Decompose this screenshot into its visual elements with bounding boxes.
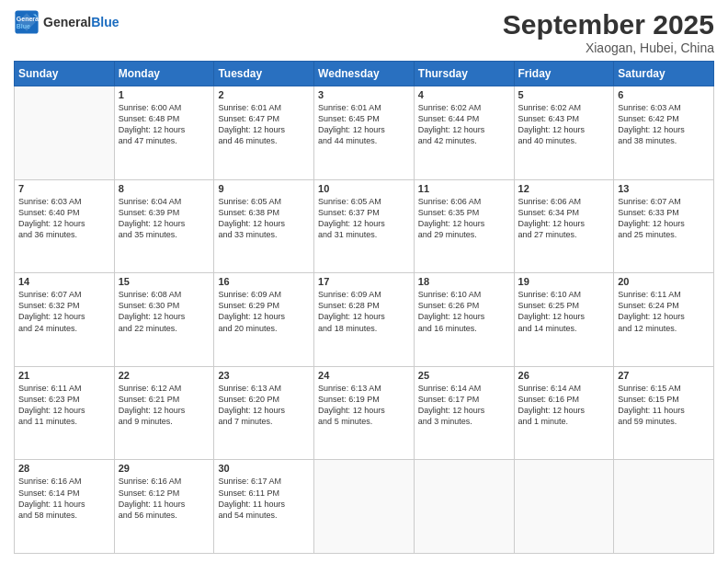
calendar-cell: 19Sunrise: 6:10 AM Sunset: 6:25 PM Dayli… <box>514 273 614 367</box>
header-day-sunday: Sunday <box>15 62 115 86</box>
day-info: Sunrise: 6:02 AM Sunset: 6:43 PM Dayligh… <box>518 102 610 147</box>
day-number: 4 <box>418 89 510 100</box>
calendar-cell: 15Sunrise: 6:08 AM Sunset: 6:30 PM Dayli… <box>114 273 214 367</box>
calendar-week-3: 14Sunrise: 6:07 AM Sunset: 6:32 PM Dayli… <box>15 273 714 367</box>
calendar-cell: 27Sunrise: 6:15 AM Sunset: 6:15 PM Dayli… <box>614 366 714 460</box>
day-number: 8 <box>119 183 210 194</box>
day-info: Sunrise: 6:12 AM Sunset: 6:21 PM Dayligh… <box>119 383 210 428</box>
logo: General Blue GeneralBlue <box>14 9 119 35</box>
day-number: 20 <box>618 276 710 287</box>
day-info: Sunrise: 6:06 AM Sunset: 6:34 PM Dayligh… <box>518 196 610 241</box>
day-number: 21 <box>18 370 110 381</box>
calendar-cell: 24Sunrise: 6:13 AM Sunset: 6:19 PM Dayli… <box>314 366 415 460</box>
calendar-cell: 9Sunrise: 6:05 AM Sunset: 6:38 PM Daylig… <box>214 179 314 273</box>
day-number: 24 <box>318 370 410 381</box>
day-number: 2 <box>218 89 310 100</box>
logo-line2: Blue <box>91 15 119 29</box>
page: General Blue GeneralBlue September 2025 … <box>0 0 728 563</box>
day-number: 11 <box>418 183 510 194</box>
day-info: Sunrise: 6:13 AM Sunset: 6:20 PM Dayligh… <box>218 383 310 428</box>
calendar-week-5: 28Sunrise: 6:16 AM Sunset: 6:14 PM Dayli… <box>15 460 714 554</box>
header-day-tuesday: Tuesday <box>214 62 314 86</box>
day-info: Sunrise: 6:11 AM Sunset: 6:24 PM Dayligh… <box>618 289 710 334</box>
day-info: Sunrise: 6:04 AM Sunset: 6:39 PM Dayligh… <box>119 196 210 241</box>
day-number: 28 <box>18 463 110 474</box>
header-day-saturday: Saturday <box>614 62 714 86</box>
calendar-cell: 17Sunrise: 6:09 AM Sunset: 6:28 PM Dayli… <box>314 273 415 367</box>
calendar-cell: 16Sunrise: 6:09 AM Sunset: 6:29 PM Dayli… <box>214 273 314 367</box>
calendar-cell: 6Sunrise: 6:03 AM Sunset: 6:42 PM Daylig… <box>614 86 714 180</box>
calendar-cell: 10Sunrise: 6:05 AM Sunset: 6:37 PM Dayli… <box>314 179 415 273</box>
day-number: 3 <box>318 89 410 100</box>
calendar-cell <box>414 460 514 554</box>
calendar-cell: 28Sunrise: 6:16 AM Sunset: 6:14 PM Dayli… <box>15 460 115 554</box>
header-day-monday: Monday <box>114 62 214 86</box>
title-block: September 2025 Xiaogan, Hubei, China <box>503 9 714 55</box>
day-info: Sunrise: 6:09 AM Sunset: 6:28 PM Dayligh… <box>318 289 410 334</box>
calendar-cell: 4Sunrise: 6:02 AM Sunset: 6:44 PM Daylig… <box>414 86 514 180</box>
day-info: Sunrise: 6:07 AM Sunset: 6:33 PM Dayligh… <box>618 196 710 241</box>
day-info: Sunrise: 6:05 AM Sunset: 6:37 PM Dayligh… <box>318 196 410 241</box>
day-info: Sunrise: 6:13 AM Sunset: 6:19 PM Dayligh… <box>318 383 410 428</box>
calendar-cell: 14Sunrise: 6:07 AM Sunset: 6:32 PM Dayli… <box>15 273 115 367</box>
day-info: Sunrise: 6:05 AM Sunset: 6:38 PM Dayligh… <box>218 196 310 241</box>
day-info: Sunrise: 6:15 AM Sunset: 6:15 PM Dayligh… <box>618 383 710 428</box>
logo-text: GeneralBlue <box>43 15 119 30</box>
day-number: 13 <box>618 183 710 194</box>
day-info: Sunrise: 6:08 AM Sunset: 6:30 PM Dayligh… <box>119 289 210 334</box>
calendar-cell: 2Sunrise: 6:01 AM Sunset: 6:47 PM Daylig… <box>214 86 314 180</box>
day-number: 17 <box>318 276 410 287</box>
day-number: 7 <box>18 183 110 194</box>
calendar-cell <box>514 460 614 554</box>
day-number: 22 <box>119 370 210 381</box>
calendar-cell: 1Sunrise: 6:00 AM Sunset: 6:48 PM Daylig… <box>114 86 214 180</box>
calendar-cell: 12Sunrise: 6:06 AM Sunset: 6:34 PM Dayli… <box>514 179 614 273</box>
calendar-cell: 18Sunrise: 6:10 AM Sunset: 6:26 PM Dayli… <box>414 273 514 367</box>
day-number: 23 <box>218 370 310 381</box>
calendar-header: SundayMondayTuesdayWednesdayThursdayFrid… <box>15 62 714 86</box>
calendar-cell <box>15 86 115 180</box>
calendar-cell: 23Sunrise: 6:13 AM Sunset: 6:20 PM Dayli… <box>214 366 314 460</box>
day-info: Sunrise: 6:02 AM Sunset: 6:44 PM Dayligh… <box>418 102 510 147</box>
header-row: SundayMondayTuesdayWednesdayThursdayFrid… <box>15 62 714 86</box>
day-number: 5 <box>518 89 610 100</box>
day-info: Sunrise: 6:03 AM Sunset: 6:40 PM Dayligh… <box>18 196 110 241</box>
day-number: 29 <box>119 463 210 474</box>
day-info: Sunrise: 6:11 AM Sunset: 6:23 PM Dayligh… <box>18 383 110 428</box>
calendar-table: SundayMondayTuesdayWednesdayThursdayFrid… <box>14 61 714 554</box>
day-number: 1 <box>119 89 210 100</box>
day-info: Sunrise: 6:14 AM Sunset: 6:17 PM Dayligh… <box>418 383 510 428</box>
day-number: 15 <box>119 276 210 287</box>
header-day-thursday: Thursday <box>414 62 514 86</box>
day-info: Sunrise: 6:16 AM Sunset: 6:12 PM Dayligh… <box>119 476 210 521</box>
day-info: Sunrise: 6:00 AM Sunset: 6:48 PM Dayligh… <box>119 102 210 147</box>
day-info: Sunrise: 6:01 AM Sunset: 6:45 PM Dayligh… <box>318 102 410 147</box>
calendar-cell <box>314 460 415 554</box>
calendar-cell: 22Sunrise: 6:12 AM Sunset: 6:21 PM Dayli… <box>114 366 214 460</box>
calendar-cell: 29Sunrise: 6:16 AM Sunset: 6:12 PM Dayli… <box>114 460 214 554</box>
logo-line1: General <box>43 15 91 29</box>
calendar-cell: 20Sunrise: 6:11 AM Sunset: 6:24 PM Dayli… <box>614 273 714 367</box>
day-info: Sunrise: 6:10 AM Sunset: 6:25 PM Dayligh… <box>518 289 610 334</box>
day-info: Sunrise: 6:07 AM Sunset: 6:32 PM Dayligh… <box>18 289 110 334</box>
calendar-cell: 30Sunrise: 6:17 AM Sunset: 6:11 PM Dayli… <box>214 460 314 554</box>
calendar-week-4: 21Sunrise: 6:11 AM Sunset: 6:23 PM Dayli… <box>15 366 714 460</box>
day-info: Sunrise: 6:01 AM Sunset: 6:47 PM Dayligh… <box>218 102 310 147</box>
calendar-cell: 3Sunrise: 6:01 AM Sunset: 6:45 PM Daylig… <box>314 86 415 180</box>
header-day-wednesday: Wednesday <box>314 62 415 86</box>
calendar-cell: 5Sunrise: 6:02 AM Sunset: 6:43 PM Daylig… <box>514 86 614 180</box>
calendar-cell <box>614 460 714 554</box>
calendar-cell: 11Sunrise: 6:06 AM Sunset: 6:35 PM Dayli… <box>414 179 514 273</box>
calendar-cell: 8Sunrise: 6:04 AM Sunset: 6:39 PM Daylig… <box>114 179 214 273</box>
svg-text:Blue: Blue <box>17 23 30 29</box>
day-number: 6 <box>618 89 710 100</box>
day-number: 25 <box>418 370 510 381</box>
day-info: Sunrise: 6:17 AM Sunset: 6:11 PM Dayligh… <box>218 476 310 521</box>
day-number: 27 <box>618 370 710 381</box>
logo-icon: General Blue <box>14 9 40 35</box>
day-info: Sunrise: 6:06 AM Sunset: 6:35 PM Dayligh… <box>418 196 510 241</box>
day-number: 10 <box>318 183 410 194</box>
day-number: 18 <box>418 276 510 287</box>
day-number: 9 <box>218 183 310 194</box>
calendar-week-1: 1Sunrise: 6:00 AM Sunset: 6:48 PM Daylig… <box>15 86 714 180</box>
